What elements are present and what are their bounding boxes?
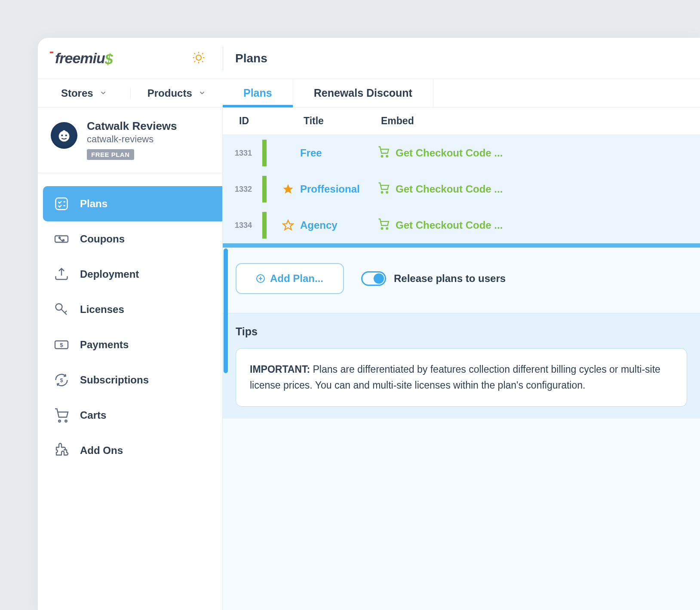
vertical-scrollbar[interactable] xyxy=(224,248,228,373)
cell-title[interactable]: Free xyxy=(300,147,378,159)
svg-point-11 xyxy=(65,135,67,136)
svg-line-4 xyxy=(202,61,203,62)
sidebar: Catwalk Reviews catwalk-reviews FREE PLA… xyxy=(38,107,223,610)
tab-plans[interactable]: Plans xyxy=(223,79,293,107)
actions-row: + Add Plan... Release plans to users xyxy=(223,248,700,313)
svg-point-27 xyxy=(65,420,67,422)
sidebar-item-licenses[interactable]: Licenses xyxy=(40,292,222,327)
sidebar-item-coupons[interactable]: Coupons xyxy=(40,221,222,257)
star-outline-icon xyxy=(282,219,294,231)
money-icon: $ xyxy=(53,337,70,353)
sidebar-item-label: Licenses xyxy=(80,303,124,316)
table-row[interactable]: 1334 Agency Get Checkout Code ... xyxy=(223,207,700,243)
drag-handle[interactable] xyxy=(262,212,267,239)
main-content: ID Title Embed 1331 Free Get Checkout Co… xyxy=(223,107,700,610)
cart-icon xyxy=(378,146,390,160)
ticket-icon xyxy=(53,231,70,247)
tips-title: Tips xyxy=(236,325,687,338)
avatar xyxy=(51,122,77,149)
sidebar-item-subscriptions[interactable]: $ Subscriptions xyxy=(40,362,222,398)
header: freemiu$ Plans xyxy=(38,38,700,79)
sidebar-item-label: Coupons xyxy=(80,233,125,245)
horizontal-scrollbar[interactable] xyxy=(223,243,700,248)
sidebar-item-label: Payments xyxy=(80,339,129,351)
svg-point-28 xyxy=(381,156,383,157)
cart-icon xyxy=(53,407,70,423)
chevron-down-icon xyxy=(99,87,107,99)
cell-embed[interactable]: Get Checkout Code ... xyxy=(378,218,503,233)
svg-marker-30 xyxy=(283,184,293,193)
sidebar-item-carts[interactable]: Carts xyxy=(40,398,222,433)
tip-box: IMPORTANT: Plans are differentiated by f… xyxy=(236,348,687,407)
subheader: Stores Products Plans Renewals Discount xyxy=(38,79,700,107)
sidebar-item-payments[interactable]: $ Payments xyxy=(40,327,222,362)
sidebar-item-label: Carts xyxy=(80,409,106,421)
star-cell[interactable] xyxy=(276,219,300,231)
svg-line-22 xyxy=(65,311,67,313)
svg-point-32 xyxy=(386,192,388,193)
svg-line-8 xyxy=(202,53,203,54)
svg-point-26 xyxy=(58,420,61,422)
cell-id: 1331 xyxy=(228,149,252,158)
tab-renewals-discount[interactable]: Renewals Discount xyxy=(293,79,433,107)
svg-point-9 xyxy=(59,131,70,142)
cell-embed[interactable]: Get Checkout Code ... xyxy=(378,146,503,160)
table-body: 1331 Free Get Checkout Code ... 1332 xyxy=(223,135,700,243)
product-slug: catwalk-reviews xyxy=(87,134,209,145)
page-title: Plans xyxy=(235,52,267,65)
nav-dropdowns: Stores Products xyxy=(38,79,223,107)
svg-text:$: $ xyxy=(60,377,63,383)
product-card: Catwalk Reviews catwalk-reviews FREE PLA… xyxy=(38,107,222,173)
table-row[interactable]: 1332 Proffesional Get Checkout Code ... xyxy=(223,171,700,207)
sidebar-item-label: Subscriptions xyxy=(80,374,149,386)
brand-logo: freemiu$ xyxy=(55,50,113,67)
svg-rect-15 xyxy=(55,236,68,242)
sidebar-item-addons[interactable]: Add Ons xyxy=(40,433,222,468)
sun-icon[interactable] xyxy=(192,51,206,66)
star-cell[interactable] xyxy=(276,183,300,195)
drag-handle[interactable] xyxy=(262,176,267,202)
key-icon xyxy=(53,301,70,318)
drag-handle[interactable] xyxy=(262,140,267,166)
page-title-section: Plans xyxy=(223,52,267,65)
app-window: freemiu$ Plans Stores Products xyxy=(38,38,700,610)
sidebar-item-label: Plans xyxy=(80,198,107,210)
cart-icon xyxy=(378,182,390,196)
sidebar-item-label: Add Ons xyxy=(80,444,123,457)
release-toggle[interactable] xyxy=(361,271,386,286)
sidebar-item-plans[interactable]: Plans xyxy=(43,186,222,221)
svg-point-0 xyxy=(196,55,201,60)
refresh-dollar-icon: $ xyxy=(53,372,70,388)
products-dropdown[interactable]: Products xyxy=(131,87,223,99)
release-toggle-label: Release plans to users xyxy=(394,273,506,285)
svg-rect-12 xyxy=(56,198,68,210)
sidebar-menu: Plans Coupons Deployment xyxy=(38,173,222,468)
tips-section: Tips IMPORTANT: Plans are differentiated… xyxy=(223,313,700,419)
svg-point-29 xyxy=(386,156,388,157)
svg-text:$: $ xyxy=(60,342,63,348)
column-header-title: Title xyxy=(304,115,381,127)
table-header: ID Title Embed xyxy=(223,107,700,135)
tip-body: Plans are differentiated by features col… xyxy=(250,364,660,391)
svg-point-18 xyxy=(63,240,64,241)
plan-badge: FREE PLAN xyxy=(87,149,134,160)
cell-id: 1334 xyxy=(228,221,252,230)
chevron-down-icon xyxy=(198,87,206,99)
cell-title[interactable]: Proffesional xyxy=(300,183,378,195)
release-toggle-wrap: Release plans to users xyxy=(361,271,506,286)
svg-line-7 xyxy=(194,61,195,62)
cart-icon xyxy=(378,218,390,233)
star-filled-icon xyxy=(282,183,294,195)
svg-point-10 xyxy=(61,135,63,136)
puzzle-icon xyxy=(53,442,70,459)
add-plan-button[interactable]: + Add Plan... xyxy=(236,263,344,294)
cell-title[interactable]: Agency xyxy=(300,219,378,231)
column-header-id: ID xyxy=(239,115,304,127)
stores-dropdown[interactable]: Stores xyxy=(38,87,131,99)
svg-point-34 xyxy=(381,228,383,230)
table-row[interactable]: 1331 Free Get Checkout Code ... xyxy=(223,135,700,171)
cell-embed[interactable]: Get Checkout Code ... xyxy=(378,182,503,196)
svg-line-3 xyxy=(194,53,195,54)
sidebar-item-deployment[interactable]: Deployment xyxy=(40,257,222,292)
column-header-embed: Embed xyxy=(381,115,414,127)
